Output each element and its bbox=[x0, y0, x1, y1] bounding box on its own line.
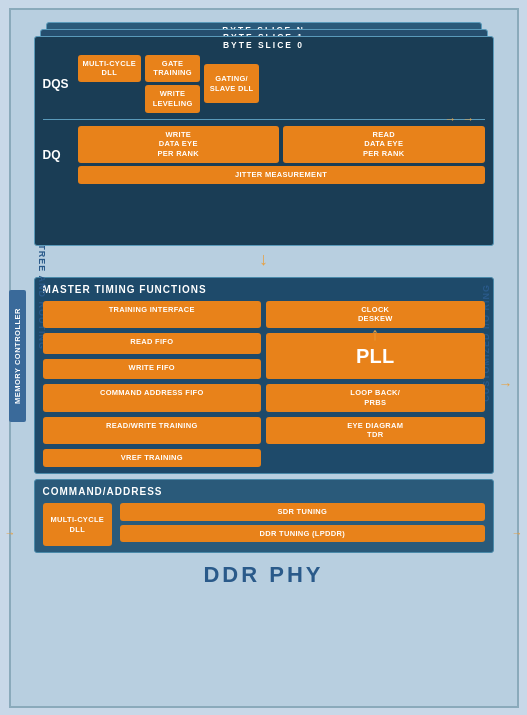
outer-container: Regulated Clock Tree and Routing Customi… bbox=[9, 8, 519, 708]
command-address-fifo-box: Command Address FIFO bbox=[43, 384, 262, 412]
pll-up-arrow: ↑ bbox=[371, 323, 380, 346]
cmd-multi-cycle-dll-box: Multi-Cycle DLL bbox=[43, 503, 113, 547]
right-arrow-2: → bbox=[445, 112, 457, 126]
loop-back-prbs-box: Loop Back/ PRBS bbox=[266, 384, 485, 412]
arrow-row-middle: ↓ bbox=[34, 249, 494, 270]
right-out-arrow: → bbox=[499, 375, 513, 393]
cmd-right-arrow: → bbox=[512, 503, 523, 563]
right-arrow-1: → bbox=[463, 112, 475, 126]
read-data-eye-box: Read Data Eye Per Rank bbox=[283, 126, 485, 163]
read-fifo-box: Read FIFO bbox=[43, 333, 262, 354]
master-timing-grid: Training Interface Clock Deskew Read FIF… bbox=[43, 301, 485, 467]
cmd-right-boxes: SDR Tuning DDR Tuning (LPDDR) bbox=[120, 503, 484, 547]
dq-section: DQ Write Data Eye Per Rank Read Data Eye… bbox=[41, 124, 487, 186]
ddr-phy-title: DDR PHY bbox=[34, 562, 494, 588]
training-interface-box: Training Interface bbox=[43, 301, 262, 329]
down-arrow-main: ↓ bbox=[259, 249, 268, 270]
dqs-row-1: Multi-Cycle DLL Gate Training Write Leve… bbox=[78, 55, 485, 113]
dqs-section: DQS Multi-Cycle DLL Gate Training bbox=[41, 53, 487, 115]
cmd-left-arrow: → bbox=[5, 503, 16, 563]
read-write-training-box: Read/Write Training bbox=[43, 417, 262, 445]
master-timing-title: Master Timing Functions bbox=[43, 284, 485, 295]
command-address-section: Command/Address → Multi-Cycle DLL SDR Tu… bbox=[34, 479, 494, 554]
dqs-label: DQS bbox=[43, 55, 73, 113]
ddr-tuning-box: DDR Tuning (LPDDR) bbox=[120, 525, 484, 543]
dq-boxes: Write Data Eye Per Rank Read Data Eye Pe… bbox=[78, 126, 485, 184]
byte-slice-stack: Byte Slice N Byte Slice 1 Byte Slice 0 D… bbox=[34, 22, 494, 242]
gating-slave-dll-box: Gating/ Slave DLL bbox=[204, 64, 259, 104]
dqs-middle-col: Gate Training Write Leveling bbox=[145, 55, 200, 113]
memory-controller-label: Memory Controller bbox=[9, 290, 26, 422]
master-timing-section: Master Timing Functions → ← → → ← ← Trai… bbox=[34, 277, 494, 474]
main-content: Byte Slice N Byte Slice 1 Byte Slice 0 D… bbox=[34, 18, 494, 700]
jitter-measurement-box: Jitter Measurement bbox=[78, 166, 485, 184]
write-leveling-box: Write Leveling bbox=[145, 85, 200, 113]
vref-training-box: Vref Training bbox=[43, 449, 262, 467]
divider-1: → → bbox=[43, 119, 485, 120]
dqs-boxes: Multi-Cycle DLL Gate Training Write Leve… bbox=[78, 55, 485, 113]
pll-box: ↑ PLL bbox=[266, 333, 485, 379]
command-address-grid: → Multi-Cycle DLL SDR Tuning DDR Tuning … bbox=[43, 503, 485, 547]
write-fifo-box: Write FIFO bbox=[43, 359, 262, 380]
write-data-eye-box: Write Data Eye Per Rank bbox=[78, 126, 280, 163]
dq-label: DQ bbox=[43, 126, 73, 184]
sdr-tuning-box: SDR Tuning bbox=[120, 503, 484, 521]
dqs-right-col: Gating/ Slave DLL bbox=[204, 55, 259, 113]
eye-diagram-tdr-box: Eye Diagram TDR bbox=[266, 417, 485, 445]
command-address-title: Command/Address bbox=[43, 486, 485, 497]
multi-cycle-dll-box: Multi-Cycle DLL bbox=[78, 55, 142, 83]
master-timing-inner: → ← → → ← ← Training Interface Clock Des… bbox=[43, 301, 485, 467]
dqs-left-col: Multi-Cycle DLL bbox=[78, 55, 142, 113]
dq-row-1: Write Data Eye Per Rank Read Data Eye Pe… bbox=[78, 126, 485, 163]
byte-slice-0-label: Byte Slice 0 bbox=[41, 39, 487, 50]
byte-slice-0: Byte Slice 0 DQS Multi-Cycle DLL bbox=[34, 36, 494, 246]
gate-training-box: Gate Training bbox=[145, 55, 200, 83]
